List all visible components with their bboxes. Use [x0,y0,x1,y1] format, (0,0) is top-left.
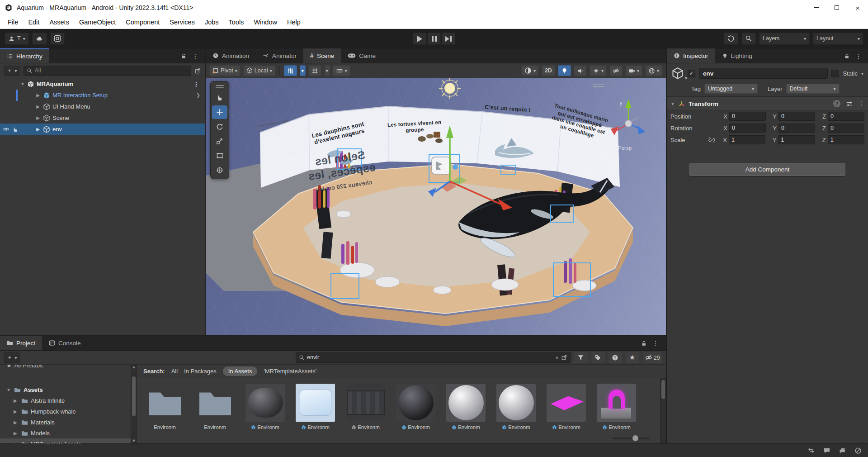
lock-icon[interactable] [641,340,647,347]
tab-lighting[interactable]: Lighting [715,48,759,63]
thumbnail-zoom-slider[interactable] [613,438,650,439]
prefab-open-chevron-icon[interactable]: ❯ [196,92,200,98]
asset-tile[interactable]: Environm [394,382,437,430]
asset-tile[interactable]: Environm [143,382,186,430]
layers-dropdown[interactable]: Layers▾ [759,33,810,45]
tree-item-assets[interactable]: ▼ Assets [0,384,137,395]
add-component-button[interactable]: Add Component [689,163,845,176]
foldout-icon[interactable]: ▶ [35,127,41,132]
active-checkbox[interactable]: ✓ [688,70,695,77]
transform-tool-button[interactable] [212,163,227,177]
hierarchy-item-ui-hand-menu[interactable]: ▶ UI Hand Menu [0,101,205,112]
view-tool-button[interactable] [212,91,227,105]
menu-gameobject[interactable]: GameObject [74,17,121,27]
hierarchy-item-scene[interactable]: ▶ Scene [0,112,205,124]
clear-search-icon[interactable]: × [555,354,559,361]
close-button[interactable]: × [847,0,868,15]
account-button[interactable]: T ▾ [5,33,29,45]
perspective-label[interactable]: Persp [618,145,632,151]
layout-dropdown[interactable]: Layout▾ [813,33,863,45]
asset-tile[interactable]: Environm [344,382,387,430]
overlay-drag-handle[interactable] [593,84,604,87]
asset-tile[interactable]: Environm [444,382,487,430]
sync-off-icon[interactable] [807,447,815,454]
grid-scrollbar[interactable] [660,378,666,443]
open-search-window-icon[interactable] [561,354,567,361]
import-log-button[interactable] [609,352,622,363]
hierarchy-search[interactable] [24,66,191,76]
search-by-label-button[interactable] [591,352,605,363]
position-z-field[interactable]: 0 [828,112,864,121]
open-window-icon[interactable] [194,67,201,74]
scale-x-field[interactable]: 1 [729,135,765,144]
cloud-button[interactable] [32,33,47,45]
grid-options-dropdown[interactable]: ▾ [300,65,306,76]
tab-project[interactable]: Project [0,336,42,350]
tab-game[interactable]: Game [341,48,382,63]
filter-all[interactable]: All [171,368,178,375]
pause-button[interactable] [427,33,441,45]
2d-toggle[interactable]: 2D [542,65,555,76]
step-button[interactable] [442,33,455,45]
camera-settings-dropdown[interactable]: ▾ [625,65,642,76]
tab-console[interactable]: Console [42,336,88,350]
tree-item-all-prefabs[interactable]: ★ All Prefabs [0,365,137,371]
tab-hierarchy[interactable]: Hierarchy [0,48,49,63]
gizmo-y-label[interactable]: y [620,101,622,106]
foldout-icon[interactable]: ▶ [35,115,41,120]
foldout-icon[interactable]: ▼ [20,81,25,86]
handle-rotation-dropdown[interactable]: Local▾ [243,65,275,76]
hidden-count-button[interactable]: 29 [643,352,662,363]
maximize-button[interactable] [826,0,847,15]
grid-visibility-toggle[interactable] [284,65,297,76]
scene-root-row[interactable]: ▼ MRAquarium ⋮ [0,78,205,90]
tab-animator[interactable]: Animator [256,48,303,63]
static-dropdown-icon[interactable]: ▾ [861,71,863,76]
tree-scrollbar[interactable]: ▲▼ [131,365,137,443]
hidden-objects-toggle[interactable] [609,65,623,76]
snap-increment-button[interactable]: ▾ [333,65,350,76]
rotation-x-field[interactable]: 0 [729,124,766,133]
menu-services[interactable]: Services [165,17,200,27]
tag-dropdown[interactable]: Untagged▾ [704,84,758,94]
help-icon[interactable]: ? [833,100,840,107]
foldout-icon[interactable]: ▼ [6,387,11,392]
project-search-input[interactable] [307,354,553,361]
lock-icon[interactable] [180,53,187,59]
undo-history-button[interactable] [724,33,738,45]
lighting-toggle[interactable] [558,65,571,76]
search-by-type-button[interactable] [574,352,588,363]
filter-in-assets[interactable]: In Assets [223,367,258,376]
menu-assets[interactable]: Assets [44,17,74,27]
rotation-z-field[interactable]: 0 [828,124,864,133]
asset-tile[interactable]: Environm [193,382,236,430]
foldout-icon[interactable]: ▶ [14,420,19,425]
position-x-field[interactable]: 0 [729,112,766,121]
project-search[interactable]: × [296,352,571,363]
favorites-filter-button[interactable]: ★ [626,352,639,363]
rect-tool-button[interactable] [212,149,227,162]
hierarchy-item-mr-interaction-setup[interactable]: ▶ MR Interaction Setup ❯ [0,90,205,101]
asset-tile[interactable]: Environm [545,382,588,430]
pivot-mode-dropdown[interactable]: Pivot▾ [209,65,241,76]
foldout-icon[interactable]: ▼ [670,101,675,106]
tree-item-mrtemplateassets[interactable]: ▶ MRTemplateAssets [0,438,137,443]
tab-animation[interactable]: Animation [206,48,256,63]
rotation-y-field[interactable]: 0 [778,124,815,133]
tab-scene[interactable]: # Scene [303,48,341,63]
filter-mrtemplateassets[interactable]: 'MRTemplateAssets' [264,368,316,375]
presets-icon[interactable] [846,100,853,107]
transform-component-header[interactable]: ▼ Transform ? ⋮ [667,97,868,110]
foldout-icon[interactable]: ▶ [14,409,19,414]
foldout-icon[interactable]: ▶ [35,104,41,109]
move-tool-button[interactable] [212,105,227,119]
pickability-hand-icon[interactable] [12,126,19,133]
tree-item-materials[interactable]: ▶ Materials [0,417,137,428]
menu-tools[interactable]: Tools [224,17,249,27]
create-add-button[interactable]: ＋▾ [4,66,20,76]
lock-icon[interactable] [844,53,850,59]
menu-file[interactable]: File [3,17,23,27]
menu-edit[interactable]: Edit [23,17,44,27]
effects-dropdown[interactable]: ▾ [590,65,607,76]
position-y-field[interactable]: 0 [778,112,815,121]
